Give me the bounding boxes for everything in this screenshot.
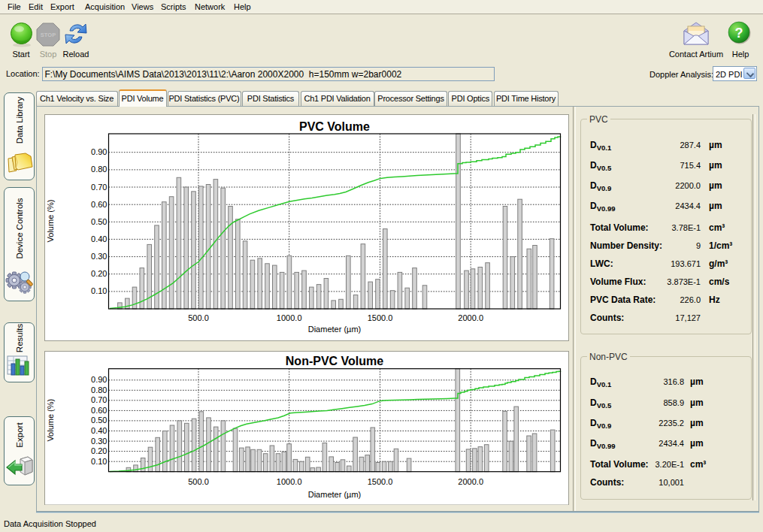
- svg-text:Non-PVC Volume: Non-PVC Volume: [286, 355, 383, 367]
- svg-text:STOP: STOP: [41, 32, 56, 38]
- svg-text:?: ?: [735, 26, 743, 41]
- svg-text:Diameter (µm): Diameter (µm): [308, 325, 362, 334]
- svg-text:PVC Volume: PVC Volume: [299, 120, 370, 133]
- svg-text:Diameter (µm): Diameter (µm): [308, 490, 362, 499]
